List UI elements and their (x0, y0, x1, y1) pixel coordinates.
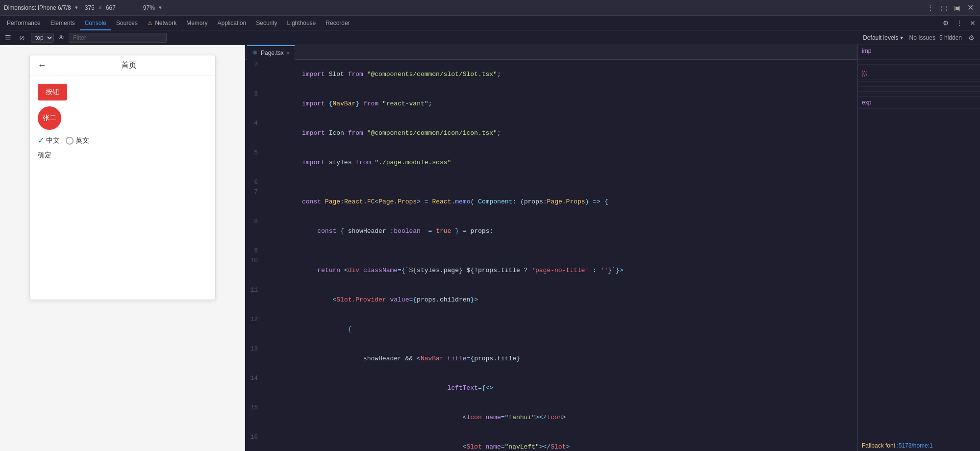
console-log: Fallback font :5173/home:1 (858, 440, 980, 451)
sidebar-toggle-button[interactable]: ☰ (3, 33, 13, 43)
phone-header: ← 首页 (30, 55, 215, 76)
radio-chinese[interactable]: ✓ 中文 (38, 136, 60, 145)
more-menu-button[interactable]: ⋮ (925, 3, 936, 13)
code-line-12: 12 { (245, 315, 857, 344)
console-log-link[interactable]: :5173/home:1 (897, 442, 932, 449)
confirm-button[interactable]: 确定 (38, 151, 207, 160)
right-panel-line-7: }); (858, 67, 980, 79)
file-tabs: ⚛ Page.tsx × (245, 45, 857, 60)
width-value: 375 (85, 4, 95, 11)
more-tabs-button[interactable]: ⋮ (954, 18, 965, 28)
code-line-10: 10 return <div className={`${styles.page… (245, 256, 857, 285)
right-panel-line-15: exp (858, 97, 980, 109)
eye-icon: 👁 (58, 34, 65, 42)
file-tab-page[interactable]: ⚛ Page.tsx × (247, 45, 295, 60)
tab-sources[interactable]: Sources (111, 16, 143, 30)
right-panel-line-2: imp (858, 45, 980, 57)
checkmark-icon: ✓ (38, 136, 44, 145)
phone-button[interactable]: 按钮 (38, 84, 67, 100)
radio-english[interactable]: 英文 (66, 136, 89, 145)
close-button[interactable]: ✕ (965, 2, 976, 13)
devtools-tabs: Performance Elements Console Sources ⚠ N… (0, 16, 980, 30)
red-button-container: 按钮 (38, 84, 207, 106)
tab-application[interactable]: Application (213, 16, 251, 30)
right-panel: imp }); exp Fallback font :5173/home:1 (857, 45, 980, 451)
console-log-text: Fallback font (862, 442, 895, 449)
tab-memory[interactable]: Memory (181, 16, 212, 30)
code-line-5: 5 import styles from "./page.module.scss… (245, 148, 857, 177)
code-line-14: 14 leftText={<> (245, 374, 857, 403)
tab-elements[interactable]: Elements (46, 16, 80, 30)
height-value: 667 (106, 4, 116, 11)
hidden-count-label: 5 hidden (939, 34, 962, 41)
close-devtools-button[interactable]: ✕ (967, 18, 978, 28)
tab-lighthouse[interactable]: Lighthouse (282, 16, 321, 30)
chevron-down-icon2[interactable]: ▾ (159, 4, 162, 11)
react-icon: ⚛ (252, 49, 258, 56)
code-line-11: 11 <Slot.Provider value={props.children}… (245, 285, 857, 315)
chevron-down-icon[interactable]: ▾ (75, 4, 78, 11)
phone-body: 按钮 张二 ✓ 中文 英文 确定 (30, 76, 215, 168)
file-close-icon[interactable]: × (287, 50, 290, 56)
top-bar-left: Dimensions: iPhone 6/7/8 ▾ 375 × 667 97%… (4, 4, 249, 11)
tab-performance[interactable]: Performance (2, 16, 46, 30)
console-settings-button[interactable]: ⚙ (966, 33, 977, 43)
clear-console-button[interactable]: ⊘ (17, 33, 27, 43)
radio-circle-english (66, 137, 74, 145)
code-line-3: 3 import {NavBar} from "react-vant"; (245, 89, 857, 119)
code-line-4: 4 import Icon from "@components/common/i… (245, 119, 857, 148)
code-line-13: 13 showHeader && <NavBar title={props.ti… (245, 344, 857, 374)
right-panel-spacer (858, 111, 980, 440)
phone-frame: ← 首页 按钮 张二 ✓ 中文 英文 (29, 55, 216, 300)
code-line-2: 2 import Slot from "@components/common/s… (245, 60, 857, 89)
code-panel: ⚛ Page.tsx × 2 import Slot from "@compon… (245, 45, 857, 451)
zoom-value: 97% (143, 4, 155, 11)
code-editor[interactable]: 2 import Slot from "@components/common/s… (245, 60, 857, 451)
radio-group: ✓ 中文 英文 (38, 136, 207, 145)
default-levels-area: Default levels ▾ No Issues 5 hidden ⚙ (860, 33, 977, 43)
default-levels-button[interactable]: Default levels ▾ (860, 33, 905, 42)
tab-network[interactable]: ⚠ Network (143, 16, 181, 30)
tab-gear-area: ⚙ ⋮ ✕ (940, 18, 978, 28)
tab-console[interactable]: Console (80, 16, 111, 30)
code-line-7: 7 const Page:React.FC<Page.Props> = Reac… (245, 187, 857, 217)
devtools-toggle-button[interactable]: ⬚ (938, 3, 950, 13)
phone-title: 首页 (50, 60, 207, 71)
warning-icon: ⚠ (148, 20, 152, 26)
phone-panel: ← 首页 按钮 张二 ✓ 中文 英文 (0, 45, 245, 451)
phone-avatar: 张二 (38, 106, 61, 130)
top-bar: Dimensions: iPhone 6/7/8 ▾ 375 × 667 97%… (0, 0, 980, 16)
code-line-16: 16 <Slot name="navLeft"></Slot> (245, 432, 857, 451)
code-line-8: 8 const { showHeader :boolean = true } =… (245, 217, 857, 246)
cross-symbol: × (99, 4, 102, 11)
tab-security[interactable]: Security (251, 16, 282, 30)
settings-gear-button[interactable]: ⚙ (940, 18, 952, 28)
filter-input[interactable] (69, 33, 167, 43)
dimensions-label: Dimensions: iPhone 6/7/8 (4, 4, 71, 11)
top-bar-right: ⋮ ⬚ ▣ ✕ (925, 2, 976, 13)
code-line-9: 9 (245, 246, 857, 256)
code-line-6: 6 (245, 177, 857, 187)
panel-toggle-button[interactable]: ▣ (952, 3, 963, 13)
context-select[interactable]: top (31, 33, 54, 43)
code-line-15: 15 <Icon name="fanhui"></Icon> (245, 403, 857, 432)
back-icon[interactable]: ← (38, 60, 47, 71)
chevron-down-icon3: ▾ (900, 34, 903, 41)
tab-recorder[interactable]: Recorder (321, 16, 354, 30)
main-content: ← 首页 按钮 张二 ✓ 中文 英文 (0, 45, 980, 451)
file-tab-name: Page.tsx (261, 50, 284, 56)
console-bar: ☰ ⊘ top 👁 Default levels ▾ No Issues 5 h… (0, 30, 980, 45)
no-issues-label: No Issues (909, 34, 935, 41)
